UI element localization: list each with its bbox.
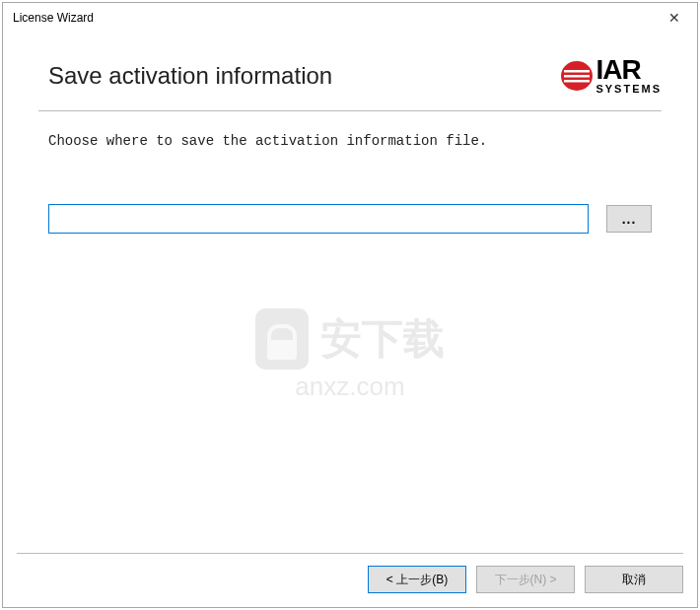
svg-rect-2 <box>564 75 590 78</box>
logo-subbrand: SYSTEMS <box>595 84 662 95</box>
header: Save activation information IAR SYSTEMS <box>38 33 662 111</box>
page-title: Save activation information <box>38 62 332 90</box>
watermark-shield-icon <box>255 308 309 370</box>
svg-rect-1 <box>564 70 590 73</box>
ellipsis-icon: ... <box>622 211 637 227</box>
iar-logo: IAR SYSTEMS <box>560 56 662 95</box>
iar-logo-text: IAR SYSTEMS <box>595 56 662 95</box>
window-title: License Wizard <box>13 11 94 25</box>
content-area: Save activation information IAR SYSTEMS … <box>3 33 697 553</box>
title-bar: License Wizard ✕ <box>3 3 697 33</box>
instruction-text: Choose where to save the activation info… <box>38 111 662 149</box>
back-button[interactable]: < 上一步(B) <box>368 566 466 593</box>
next-button: 下一步(N) > <box>476 566 575 593</box>
save-path-input[interactable] <box>48 204 589 234</box>
iar-disc-icon <box>560 59 594 93</box>
cancel-button[interactable]: 取消 <box>585 566 683 593</box>
wizard-button-row: < 上一步(B) 下一步(N) > 取消 <box>3 554 697 607</box>
close-icon: ✕ <box>668 10 680 26</box>
logo-brand: IAR <box>595 56 662 84</box>
svg-rect-3 <box>564 80 590 83</box>
watermark-text: 安下载 <box>320 311 445 367</box>
license-wizard-window: License Wizard ✕ Save activation informa… <box>2 2 698 608</box>
watermark-url: anxz.com <box>295 372 404 402</box>
watermark: 安下载 anxz.com <box>255 308 445 402</box>
browse-button[interactable]: ... <box>606 205 652 233</box>
close-button[interactable]: ✕ <box>652 3 697 33</box>
path-input-row: ... <box>38 149 662 234</box>
